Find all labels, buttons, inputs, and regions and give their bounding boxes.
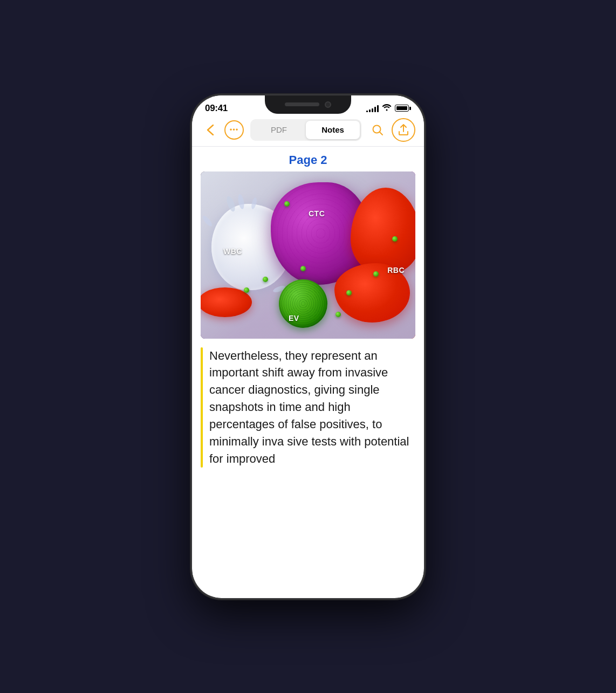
- medical-image: WBC CTC RBC EV: [201, 171, 415, 339]
- notch: [265, 95, 351, 114]
- status-time: 09:41: [205, 103, 228, 114]
- pdf-tab[interactable]: PDF: [252, 121, 306, 139]
- ev-cell: [279, 279, 327, 328]
- small-ev-dot: [300, 266, 306, 271]
- small-ev-dot: [373, 271, 379, 277]
- content-area: WBC CTC RBC EV Nevertheless, they repres…: [192, 171, 424, 478]
- segment-control: PDF Notes: [250, 119, 361, 141]
- small-ev-dot: [244, 287, 249, 293]
- small-ev-dot: [263, 277, 268, 282]
- page-title: Page 2: [192, 147, 424, 171]
- camera: [325, 101, 331, 108]
- nav-bar: ••• PDF Notes: [192, 114, 424, 146]
- battery-icon: [395, 105, 411, 112]
- speaker: [285, 102, 319, 106]
- small-ev-dot: [284, 201, 290, 207]
- highlighted-text: Nevertheless, they represent an importan…: [209, 347, 415, 468]
- wbc-label: WBC: [223, 247, 242, 256]
- share-button[interactable]: [392, 118, 415, 142]
- highlight-bar: [201, 347, 203, 468]
- ctc-label: CTC: [309, 209, 325, 218]
- status-icons: [366, 104, 411, 113]
- wifi-icon: [382, 104, 392, 113]
- back-button[interactable]: [201, 120, 220, 140]
- more-icon: •••: [230, 126, 239, 133]
- screen: 09:41: [192, 95, 424, 598]
- small-ev-dot: [392, 236, 398, 242]
- ev-label: EV: [289, 314, 299, 323]
- notes-tab[interactable]: Notes: [306, 121, 360, 139]
- small-ev-dot: [336, 312, 341, 317]
- highlighted-text-block: Nevertheless, they represent an importan…: [201, 347, 415, 478]
- rbc-label: RBC: [387, 266, 405, 275]
- small-ev-dot: [346, 290, 352, 296]
- cell-visualization: WBC CTC RBC EV: [201, 171, 415, 339]
- more-button[interactable]: •••: [224, 120, 244, 140]
- search-button[interactable]: [368, 120, 387, 140]
- signal-icon: [366, 105, 379, 112]
- phone-frame: 09:41: [192, 95, 424, 598]
